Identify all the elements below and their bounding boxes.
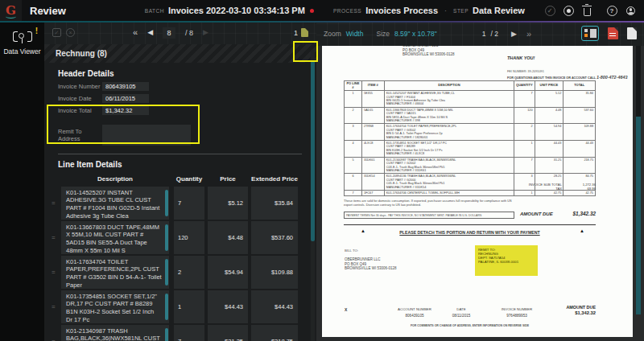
field-row-remit-to-address: Remit To Address [58, 125, 316, 146]
data-viewer-icon [12, 30, 33, 44]
user-icon [626, 6, 635, 15]
line-item-description[interactable]: K01-13667803 DUCT TAPE,48MM X 55M,10 MIL… [61, 221, 169, 254]
drag-handle-icon[interactable]: = [52, 187, 61, 220]
approve-document-button[interactable]: ✓ [52, 28, 61, 37]
size-value: 8.59" x 10.78" [394, 30, 437, 38]
line-item-price[interactable]: $54.94 [208, 256, 248, 289]
document-viewer: Zoom Width Size 8.59" x 10.78" 1 / 2 ▶ » [316, 21, 644, 341]
step-info: STEP Data Review [453, 6, 525, 15]
line-item-extended-price[interactable]: $109.88 [251, 256, 298, 289]
text-view-icon[interactable] [627, 27, 637, 39]
table-row[interactable]: =K01-21340987 TRASH BAG,BLACK,36|NWX581N… [52, 325, 316, 341]
drag-handle-icon[interactable]: = [52, 325, 61, 341]
pdf-export-icon[interactable] [608, 27, 618, 39]
stub-date: DATE08/11/2015 [443, 306, 480, 319]
step-value: Data Review [473, 6, 525, 15]
app-logo[interactable]: G [0, 0, 22, 21]
table-row[interactable]: =K01-17354851 SOCKET SET,1/2" DR,17 PC C… [52, 290, 316, 323]
trash-icon [584, 8, 591, 16]
viewer-page-current[interactable]: 1 [482, 30, 486, 38]
next-document-button[interactable]: ▶ [203, 29, 208, 36]
invoice-questions-line: FOR QUESTIONS ABOUT THIS INVOICE OR ACCO… [507, 75, 627, 80]
sidebar-item-data-viewer[interactable]: ! Data Viewer [0, 27, 44, 60]
data-panel-scrollbar[interactable] [311, 50, 315, 341]
meta-separator: · [444, 6, 447, 14]
line-item-price[interactable]: $5.12 [208, 187, 248, 220]
line-items-body: =K01-14525207 INSTANT ADHESIVE.3G TUBE C… [44, 187, 316, 341]
field-highlight-pill [165, 259, 168, 286]
field-row-invoice-date: Invoice Date 06/11/2015 [58, 94, 316, 103]
line-item-extended-price[interactable]: $537.60 [251, 221, 298, 254]
remit-to-address-field[interactable] [102, 125, 191, 146]
document-section-header[interactable]: Rechnung (8) [44, 44, 316, 63]
help-icon: ? [607, 6, 617, 16]
line-item-description[interactable]: K01-17354851 SOCKET SET,1/2" DR,17 PC CU… [61, 290, 169, 323]
column-header-quantity: Quantity [174, 175, 204, 183]
stub-account: ACCOUNT NUMBER806439105 [382, 306, 447, 319]
field-label: Invoice Total [58, 107, 102, 114]
section-divider [58, 154, 302, 154]
alert-badge: ! [35, 27, 38, 35]
record-button[interactable] [563, 5, 574, 16]
table-row[interactable]: =K01-17634704 TOILET PAPER,PREFERENCE,2P… [52, 256, 316, 289]
line-item-price[interactable]: $44.43 [208, 290, 248, 323]
data-panel-scrollbar-thumb[interactable] [311, 60, 315, 241]
invoice-total-field[interactable]: $1,342.32 [102, 106, 149, 115]
drag-handle-icon[interactable]: = [52, 256, 61, 289]
drag-handle-icon[interactable]: = [52, 221, 61, 254]
line-item-price[interactable]: $4.48 [208, 221, 248, 254]
logo-swoosh-icon [6, 14, 16, 18]
invoice-date-field[interactable]: 06/11/2015 [102, 94, 149, 103]
stub-x-mark: X [345, 307, 347, 312]
first-document-button[interactable]: « [133, 28, 138, 37]
zoom-label: Zoom [324, 30, 341, 38]
line-item-quantity[interactable]: 7 [174, 187, 204, 220]
table-row[interactable]: =K01-13667803 DUCT TAPE,48MM X 55M,10 MI… [52, 221, 316, 254]
field-highlight-pill [165, 190, 168, 216]
line-item-description[interactable]: K01-14525207 INSTANT ADHESIVE.3G TUBE CL… [61, 187, 169, 220]
document-pager: « ◀ 8 / 8 ▶ [133, 27, 208, 39]
line-item-quantity[interactable]: 2 [174, 256, 204, 289]
viewer-scrollbar[interactable] [636, 46, 641, 314]
line-item-price[interactable]: $31.25 [208, 325, 248, 341]
delete-button[interactable] [581, 5, 592, 16]
invoice-page-image[interactable]: OBERBRUNNER LLC PO BOX Q49 BROWNSVILLE W… [322, 46, 633, 337]
previous-document-button[interactable]: ◀ [147, 29, 153, 36]
viewer-last-page-button[interactable]: » [526, 29, 531, 39]
invoice-table-row: 44LXC8K01-17354851 SOCKET SET,1/2" DR,17… [345, 141, 596, 158]
document-count-text: / 8 [185, 29, 193, 37]
reject-document-button[interactable]: × [66, 28, 75, 37]
complete-batch-button[interactable]: ✓ [544, 5, 555, 16]
line-item-quantity[interactable]: 7 [174, 325, 204, 341]
viewer-scrollbar-thumb[interactable] [636, 117, 641, 314]
line-item-extended-price[interactable]: $218.75 [251, 325, 298, 341]
invoice-number-field[interactable]: 806439105 [102, 82, 149, 91]
invoice-table-row: 15E355K01-14525207 INSTANT ADHESIVE,3G T… [345, 91, 596, 108]
check-square-icon: ✓ [55, 30, 60, 36]
field-highlight-pill [165, 294, 168, 320]
header-details-title: Header Details [58, 69, 316, 78]
document-page-icon[interactable] [301, 28, 308, 37]
line-items-header: Description Quantity Price Extended Pric… [52, 175, 316, 183]
field-highlight-pill [165, 328, 168, 341]
line-item-extended-price[interactable]: $35.84 [251, 187, 298, 220]
line-item-description[interactable]: K01-17634704 TOILET PAPER,PREFERENCE,2PL… [61, 256, 169, 289]
line-item-quantity[interactable]: 1 [174, 290, 204, 323]
line-item-extended-price[interactable]: $44.43 [251, 290, 298, 323]
field-label: Invoice Date [58, 95, 102, 102]
document-index-field[interactable]: 8 [163, 27, 175, 39]
viewer-next-page-button[interactable]: ▶ [511, 30, 517, 38]
drag-handle-icon[interactable]: = [52, 290, 61, 323]
line-item-quantity[interactable]: 120 [174, 221, 204, 254]
account-button[interactable] [625, 5, 636, 16]
table-row[interactable]: =K01-14525207 INSTANT ADHESIVE.3G TUBE C… [52, 187, 316, 220]
layout-toggle-button[interactable] [581, 26, 599, 41]
stub-amount-due: AMOUNT DUE$1,342.32 [566, 305, 596, 316]
invoice-fei-number: FEI NUMBER: 39-2091091 [507, 70, 544, 73]
x-circle-icon: × [68, 30, 72, 35]
accent-gradient-line [0, 21, 644, 23]
line-item-description[interactable]: K01-21340987 TRASH BAG,BLACK,36|NWX581NL… [61, 325, 169, 341]
app-window: G Review BATCH Invoices 2022-03-10 03:34… [0, 0, 644, 341]
help-button[interactable]: ? [606, 5, 617, 16]
zoom-mode-button[interactable]: Width [346, 30, 364, 38]
